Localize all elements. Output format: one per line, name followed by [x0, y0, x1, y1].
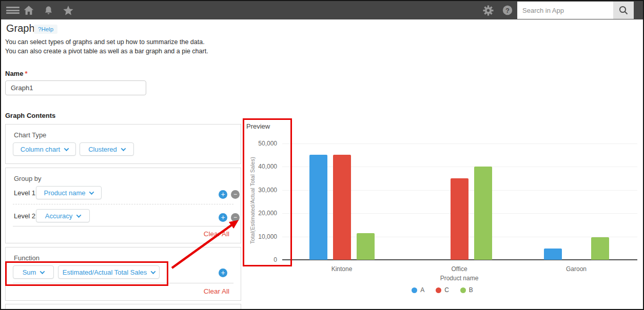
function-clear-all-link[interactable]: Clear All [204, 287, 229, 295]
chart-bar-B-Kintone [357, 233, 375, 260]
chart-bar-A-Kintone [309, 155, 327, 260]
name-label: Name* [5, 70, 27, 77]
y-axis-tick-label: 10,000 [246, 233, 277, 240]
add-function-button[interactable] [219, 268, 227, 277]
function-section: Function Sum Estimated/Actual Total Sale… [5, 247, 241, 301]
grid-line [282, 213, 637, 214]
description-line-1: You can select types of graphs and set u… [5, 38, 205, 46]
grid-line [282, 237, 637, 237]
remove-level-1-button[interactable] [231, 190, 240, 199]
group-by-section: Group by Level 1: Product name Level 2: … [5, 168, 241, 243]
x-axis-category-label: Kintone [306, 265, 378, 273]
chart-type-value: Column chart [21, 146, 60, 153]
chart-bar-A-Garoon [544, 249, 562, 260]
x-axis-category-label: Office [423, 265, 495, 273]
chevron-down-icon [121, 146, 126, 151]
search-input[interactable] [517, 2, 613, 19]
chevron-down-icon [64, 146, 69, 151]
function-field-value: Estimated/Actual Total Sales [63, 268, 147, 276]
legend-item-C: C [436, 286, 449, 294]
level-2-value: Accuracy [45, 212, 72, 220]
function-value: Sum [23, 268, 36, 276]
function-field-dropdown[interactable]: Estimated/Actual Total Sales [58, 265, 160, 279]
required-asterisk: * [25, 70, 27, 77]
search-icon [618, 5, 629, 15]
grid-line [282, 190, 637, 191]
chart-bar-B-Office [474, 167, 492, 260]
preview-label: Preview [246, 122, 270, 130]
x-axis-title: Product name [423, 275, 495, 282]
x-axis-line [282, 259, 637, 260]
legend-item-B: B [460, 286, 473, 294]
chart-bar-C-Kintone [333, 155, 351, 260]
bell-icon[interactable] [42, 1, 54, 19]
search-box [517, 2, 613, 19]
y-axis-tick-label: 40,000 [246, 163, 277, 170]
name-input[interactable] [5, 80, 146, 95]
group-by-label: Group by [14, 175, 41, 182]
chart-legend: ACB [243, 286, 641, 294]
level-1-label: Level 1: [14, 189, 37, 197]
level-2-label: Level 2: [14, 212, 37, 220]
function-dropdown[interactable]: Sum [13, 265, 54, 279]
chevron-down-icon [151, 269, 156, 274]
chevron-down-icon [40, 269, 45, 274]
remove-level-2-button[interactable] [231, 213, 240, 222]
app-window: ? Graph ?Help You can select types of gr… [0, 0, 644, 310]
help-icon[interactable]: ? [501, 1, 514, 19]
description-line-2: You can also create a pivot table as wel… [5, 48, 208, 55]
x-axis-category-label: Garoon [540, 265, 612, 273]
page-title: Graph [6, 23, 35, 34]
top-navigation-bar: ? [1, 1, 643, 19]
gear-icon[interactable] [481, 1, 495, 19]
divider [13, 283, 233, 283]
legend-dot-icon [412, 287, 417, 293]
y-axis-tick-label: 0 [246, 256, 277, 263]
svg-text:?: ? [505, 7, 510, 14]
chart-type-section: Chart Type Column chart Clustered [5, 124, 241, 164]
level-2-dropdown[interactable]: Accuracy [36, 209, 90, 222]
y-axis-title: Total(Estimated/Actual Total Sales) [249, 123, 256, 277]
level-1-dropdown[interactable]: Product name [36, 186, 102, 199]
search-button[interactable] [613, 2, 634, 19]
legend-dot-icon [436, 287, 441, 293]
y-axis-tick-label: 20,000 [246, 210, 277, 217]
chart-style-value: Clustered [88, 146, 117, 153]
chart-type-label: Chart Type [14, 131, 46, 139]
chart-bar-B-Garoon [591, 237, 609, 260]
function-label: Function [14, 254, 40, 262]
graph-contents-label: Graph Contents [5, 112, 55, 119]
chart-bar-C-Office [451, 178, 469, 260]
add-level-1-button[interactable] [219, 190, 227, 199]
legend-dot-icon [460, 287, 466, 293]
y-axis-tick-label: 30,000 [246, 187, 277, 194]
star-icon[interactable] [62, 1, 75, 19]
chart-type-dropdown[interactable]: Column chart [13, 142, 76, 156]
next-section-box [5, 304, 241, 310]
add-level-2-button[interactable] [219, 213, 227, 222]
chevron-down-icon [89, 190, 94, 195]
dashed-divider [13, 204, 233, 204]
annotation-box-preview [243, 118, 292, 266]
grid-line [282, 167, 637, 167]
chart-style-dropdown[interactable]: Clustered [80, 142, 134, 156]
level-1-value: Product name [44, 189, 86, 197]
legend-label: C [444, 286, 449, 294]
legend-item-A: A [412, 286, 424, 294]
legend-label: B [469, 286, 473, 294]
grid-line [282, 143, 637, 144]
y-axis-tick-label: 50,000 [246, 140, 277, 147]
home-icon[interactable] [22, 1, 35, 19]
chevron-down-icon [76, 213, 82, 218]
legend-label: A [420, 286, 424, 294]
help-link[interactable]: ?Help [34, 25, 57, 34]
group-by-clear-all-link[interactable]: Clear All [204, 230, 229, 238]
hamburger-menu-icon[interactable] [6, 1, 19, 19]
divider [13, 226, 233, 226]
